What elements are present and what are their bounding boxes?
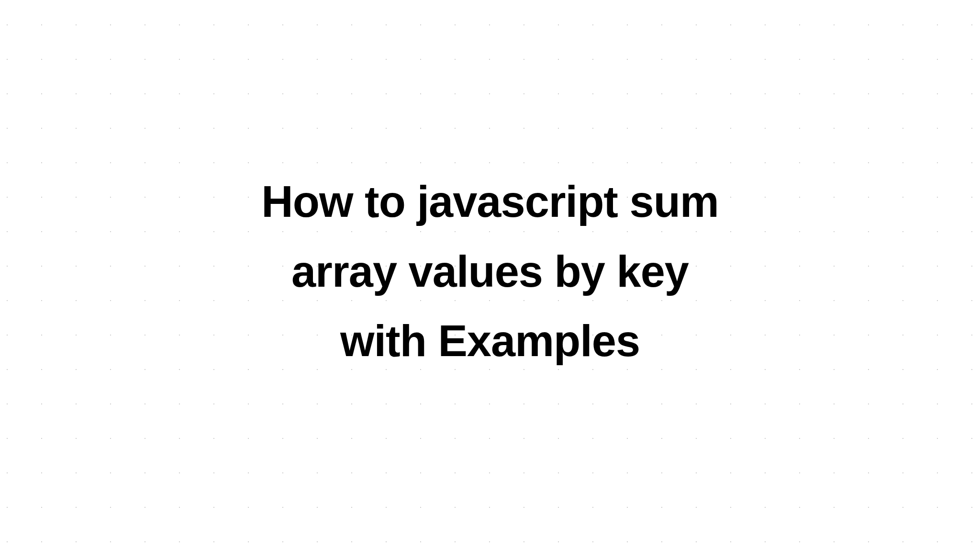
- page-title: How to javascript sum array values by ke…: [256, 167, 724, 376]
- content-container: How to javascript sum array values by ke…: [0, 0, 980, 560]
